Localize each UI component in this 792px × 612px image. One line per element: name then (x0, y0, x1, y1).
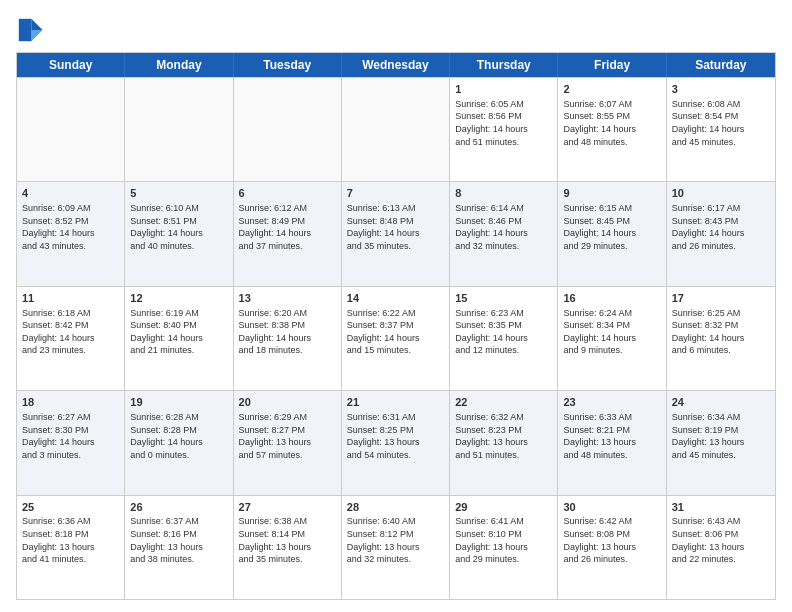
calendar-cell: 22Sunrise: 6:32 AM Sunset: 8:23 PM Dayli… (450, 391, 558, 494)
day-info: Sunrise: 6:23 AM Sunset: 8:35 PM Dayligh… (455, 307, 552, 357)
header-day-sunday: Sunday (17, 53, 125, 77)
calendar-cell: 3Sunrise: 6:08 AM Sunset: 8:54 PM Daylig… (667, 78, 775, 181)
day-info: Sunrise: 6:32 AM Sunset: 8:23 PM Dayligh… (455, 411, 552, 461)
day-info: Sunrise: 6:15 AM Sunset: 8:45 PM Dayligh… (563, 202, 660, 252)
day-number: 16 (563, 291, 660, 306)
calendar-row-3: 18Sunrise: 6:27 AM Sunset: 8:30 PM Dayli… (17, 390, 775, 494)
day-number: 24 (672, 395, 770, 410)
day-number: 2 (563, 82, 660, 97)
calendar-cell: 30Sunrise: 6:42 AM Sunset: 8:08 PM Dayli… (558, 496, 666, 599)
calendar-cell: 21Sunrise: 6:31 AM Sunset: 8:25 PM Dayli… (342, 391, 450, 494)
day-info: Sunrise: 6:10 AM Sunset: 8:51 PM Dayligh… (130, 202, 227, 252)
header-day-tuesday: Tuesday (234, 53, 342, 77)
calendar-cell: 27Sunrise: 6:38 AM Sunset: 8:14 PM Dayli… (234, 496, 342, 599)
day-info: Sunrise: 6:37 AM Sunset: 8:16 PM Dayligh… (130, 515, 227, 565)
header-day-wednesday: Wednesday (342, 53, 450, 77)
day-number: 13 (239, 291, 336, 306)
day-number: 1 (455, 82, 552, 97)
calendar-cell: 28Sunrise: 6:40 AM Sunset: 8:12 PM Dayli… (342, 496, 450, 599)
day-info: Sunrise: 6:07 AM Sunset: 8:55 PM Dayligh… (563, 98, 660, 148)
day-number: 4 (22, 186, 119, 201)
calendar-cell (17, 78, 125, 181)
day-number: 28 (347, 500, 444, 515)
calendar-cell: 1Sunrise: 6:05 AM Sunset: 8:56 PM Daylig… (450, 78, 558, 181)
calendar-cell: 14Sunrise: 6:22 AM Sunset: 8:37 PM Dayli… (342, 287, 450, 390)
day-info: Sunrise: 6:25 AM Sunset: 8:32 PM Dayligh… (672, 307, 770, 357)
day-info: Sunrise: 6:13 AM Sunset: 8:48 PM Dayligh… (347, 202, 444, 252)
calendar-cell (125, 78, 233, 181)
day-number: 21 (347, 395, 444, 410)
header-day-saturday: Saturday (667, 53, 775, 77)
day-number: 22 (455, 395, 552, 410)
header-day-thursday: Thursday (450, 53, 558, 77)
day-info: Sunrise: 6:28 AM Sunset: 8:28 PM Dayligh… (130, 411, 227, 461)
day-info: Sunrise: 6:22 AM Sunset: 8:37 PM Dayligh… (347, 307, 444, 357)
day-number: 10 (672, 186, 770, 201)
day-number: 19 (130, 395, 227, 410)
calendar-body: 1Sunrise: 6:05 AM Sunset: 8:56 PM Daylig… (17, 77, 775, 599)
day-number: 5 (130, 186, 227, 201)
calendar-cell: 23Sunrise: 6:33 AM Sunset: 8:21 PM Dayli… (558, 391, 666, 494)
day-info: Sunrise: 6:33 AM Sunset: 8:21 PM Dayligh… (563, 411, 660, 461)
day-info: Sunrise: 6:34 AM Sunset: 8:19 PM Dayligh… (672, 411, 770, 461)
day-number: 23 (563, 395, 660, 410)
calendar-cell: 16Sunrise: 6:24 AM Sunset: 8:34 PM Dayli… (558, 287, 666, 390)
calendar-cell: 7Sunrise: 6:13 AM Sunset: 8:48 PM Daylig… (342, 182, 450, 285)
day-number: 20 (239, 395, 336, 410)
calendar-cell: 6Sunrise: 6:12 AM Sunset: 8:49 PM Daylig… (234, 182, 342, 285)
calendar-cell: 29Sunrise: 6:41 AM Sunset: 8:10 PM Dayli… (450, 496, 558, 599)
calendar-cell (234, 78, 342, 181)
day-number: 18 (22, 395, 119, 410)
day-number: 25 (22, 500, 119, 515)
day-info: Sunrise: 6:12 AM Sunset: 8:49 PM Dayligh… (239, 202, 336, 252)
day-info: Sunrise: 6:20 AM Sunset: 8:38 PM Dayligh… (239, 307, 336, 357)
day-info: Sunrise: 6:38 AM Sunset: 8:14 PM Dayligh… (239, 515, 336, 565)
day-info: Sunrise: 6:27 AM Sunset: 8:30 PM Dayligh… (22, 411, 119, 461)
day-info: Sunrise: 6:14 AM Sunset: 8:46 PM Dayligh… (455, 202, 552, 252)
calendar-cell: 20Sunrise: 6:29 AM Sunset: 8:27 PM Dayli… (234, 391, 342, 494)
day-number: 11 (22, 291, 119, 306)
calendar-cell: 15Sunrise: 6:23 AM Sunset: 8:35 PM Dayli… (450, 287, 558, 390)
day-number: 27 (239, 500, 336, 515)
day-number: 29 (455, 500, 552, 515)
page-header (16, 16, 776, 44)
day-number: 9 (563, 186, 660, 201)
calendar-cell: 12Sunrise: 6:19 AM Sunset: 8:40 PM Dayli… (125, 287, 233, 390)
day-info: Sunrise: 6:19 AM Sunset: 8:40 PM Dayligh… (130, 307, 227, 357)
day-number: 7 (347, 186, 444, 201)
day-number: 3 (672, 82, 770, 97)
day-info: Sunrise: 6:18 AM Sunset: 8:42 PM Dayligh… (22, 307, 119, 357)
calendar-cell (342, 78, 450, 181)
day-number: 12 (130, 291, 227, 306)
day-info: Sunrise: 6:43 AM Sunset: 8:06 PM Dayligh… (672, 515, 770, 565)
day-number: 31 (672, 500, 770, 515)
calendar-cell: 18Sunrise: 6:27 AM Sunset: 8:30 PM Dayli… (17, 391, 125, 494)
calendar-cell: 8Sunrise: 6:14 AM Sunset: 8:46 PM Daylig… (450, 182, 558, 285)
day-info: Sunrise: 6:31 AM Sunset: 8:25 PM Dayligh… (347, 411, 444, 461)
day-info: Sunrise: 6:36 AM Sunset: 8:18 PM Dayligh… (22, 515, 119, 565)
day-number: 14 (347, 291, 444, 306)
day-number: 17 (672, 291, 770, 306)
calendar-row-0: 1Sunrise: 6:05 AM Sunset: 8:56 PM Daylig… (17, 77, 775, 181)
calendar-row-4: 25Sunrise: 6:36 AM Sunset: 8:18 PM Dayli… (17, 495, 775, 599)
day-number: 26 (130, 500, 227, 515)
day-number: 15 (455, 291, 552, 306)
day-info: Sunrise: 6:08 AM Sunset: 8:54 PM Dayligh… (672, 98, 770, 148)
day-info: Sunrise: 6:09 AM Sunset: 8:52 PM Dayligh… (22, 202, 119, 252)
calendar-row-2: 11Sunrise: 6:18 AM Sunset: 8:42 PM Dayli… (17, 286, 775, 390)
header-day-monday: Monday (125, 53, 233, 77)
logo (16, 16, 48, 44)
calendar-cell: 10Sunrise: 6:17 AM Sunset: 8:43 PM Dayli… (667, 182, 775, 285)
day-info: Sunrise: 6:41 AM Sunset: 8:10 PM Dayligh… (455, 515, 552, 565)
calendar-row-1: 4Sunrise: 6:09 AM Sunset: 8:52 PM Daylig… (17, 181, 775, 285)
day-info: Sunrise: 6:29 AM Sunset: 8:27 PM Dayligh… (239, 411, 336, 461)
day-number: 8 (455, 186, 552, 201)
calendar-cell: 17Sunrise: 6:25 AM Sunset: 8:32 PM Dayli… (667, 287, 775, 390)
calendar: SundayMondayTuesdayWednesdayThursdayFrid… (16, 52, 776, 600)
day-info: Sunrise: 6:05 AM Sunset: 8:56 PM Dayligh… (455, 98, 552, 148)
calendar-cell: 9Sunrise: 6:15 AM Sunset: 8:45 PM Daylig… (558, 182, 666, 285)
calendar-cell: 4Sunrise: 6:09 AM Sunset: 8:52 PM Daylig… (17, 182, 125, 285)
day-number: 30 (563, 500, 660, 515)
calendar-cell: 13Sunrise: 6:20 AM Sunset: 8:38 PM Dayli… (234, 287, 342, 390)
calendar-cell: 5Sunrise: 6:10 AM Sunset: 8:51 PM Daylig… (125, 182, 233, 285)
